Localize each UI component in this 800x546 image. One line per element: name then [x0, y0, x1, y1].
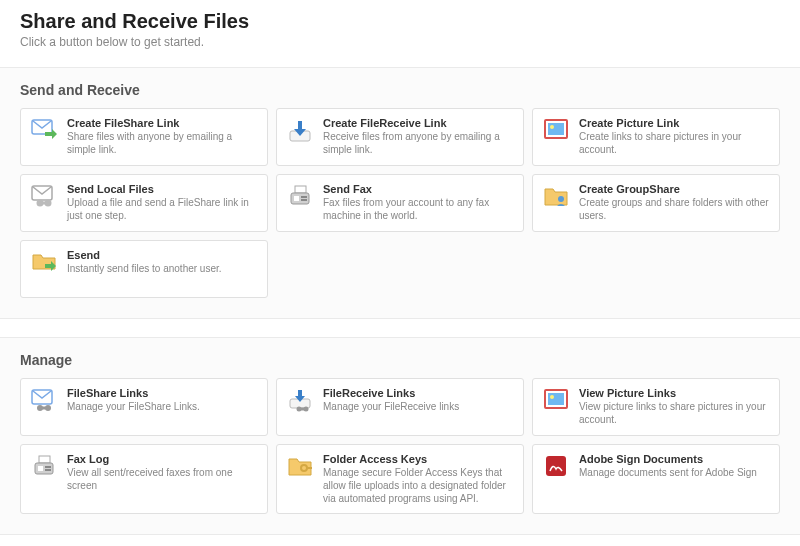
- filereceive-links-button[interactable]: FileReceive Links Manage your FileReceiv…: [276, 378, 524, 436]
- svg-rect-10: [291, 193, 309, 204]
- create-fileshare-link-button[interactable]: Create FileShare Link Share files with a…: [20, 108, 268, 166]
- card-title: Send Fax: [323, 183, 513, 195]
- card-title: Folder Access Keys: [323, 453, 513, 465]
- fax-machine-icon: [31, 455, 57, 481]
- svg-rect-29: [45, 466, 51, 468]
- card-title: View Picture Links: [579, 387, 769, 399]
- svg-rect-33: [546, 456, 566, 476]
- create-groupshare-button[interactable]: Create GroupShare Create groups and shar…: [532, 174, 780, 232]
- create-picture-link-button[interactable]: Create Picture Link Create links to shar…: [532, 108, 780, 166]
- fax-log-button[interactable]: Fax Log View all sent/received faxes fro…: [20, 444, 268, 514]
- card-desc: Manage your FileReceive links: [323, 400, 459, 413]
- section-title-manage: Manage: [20, 352, 780, 368]
- svg-rect-27: [35, 463, 53, 474]
- section-title-send-receive: Send and Receive: [20, 82, 780, 98]
- card-title: Create Picture Link: [579, 117, 769, 129]
- send-local-files-button[interactable]: Send Local Files Upload a file and send …: [20, 174, 268, 232]
- create-filereceive-link-button[interactable]: Create FileReceive Link Receive files fr…: [276, 108, 524, 166]
- esend-button[interactable]: Esend Instantly send files to another us…: [20, 240, 268, 298]
- page-subtitle: Click a button below to get started.: [20, 35, 780, 49]
- svg-rect-18: [40, 407, 48, 410]
- adobe-sign-documents-button[interactable]: Adobe Sign Documents Manage documents se…: [532, 444, 780, 514]
- card-title: Create FileShare Link: [67, 117, 257, 129]
- card-desc: Fax files from your account to any fax m…: [323, 196, 513, 222]
- card-desc: View all sent/received faxes from one sc…: [67, 466, 257, 492]
- svg-rect-32: [306, 467, 312, 469]
- folder-send-icon: [31, 251, 57, 277]
- inbox-links-icon: [287, 389, 313, 415]
- card-title: Send Local Files: [67, 183, 257, 195]
- page-title: Share and Receive Files: [20, 10, 780, 33]
- svg-point-4: [550, 125, 554, 129]
- card-desc: Manage your FileShare Links.: [67, 400, 200, 413]
- svg-rect-24: [548, 393, 564, 405]
- svg-point-14: [558, 196, 564, 202]
- section-send-receive: Send and Receive Create FileShare Link S…: [0, 67, 800, 319]
- card-desc: Manage secure Folder Access Keys that al…: [323, 466, 513, 505]
- picture-frame-icon: [543, 119, 569, 145]
- card-desc: Share files with anyone by emailing a si…: [67, 130, 257, 156]
- card-desc: Receive files from anyone by emailing a …: [323, 130, 513, 156]
- card-desc: Create links to share pictures in your a…: [579, 130, 769, 156]
- card-title: Esend: [67, 249, 222, 261]
- svg-rect-28: [38, 466, 43, 471]
- svg-rect-13: [301, 199, 307, 201]
- svg-point-25: [550, 395, 554, 399]
- card-desc: Upload a file and send a FileShare link …: [67, 196, 257, 222]
- card-title: FileReceive Links: [323, 387, 459, 399]
- envelope-share-icon: [31, 119, 57, 145]
- svg-rect-30: [45, 469, 51, 471]
- folder-key-icon: [287, 455, 313, 481]
- card-title: Create FileReceive Link: [323, 117, 513, 129]
- fileshare-links-button[interactable]: FileShare Links Manage your FileShare Li…: [20, 378, 268, 436]
- envelope-link-icon: [31, 185, 57, 211]
- svg-rect-11: [294, 196, 299, 201]
- folder-access-keys-button[interactable]: Folder Access Keys Manage secure Folder …: [276, 444, 524, 514]
- card-title: Fax Log: [67, 453, 257, 465]
- fax-machine-icon: [287, 185, 313, 211]
- card-title: FileShare Links: [67, 387, 200, 399]
- svg-rect-26: [39, 456, 50, 463]
- card-desc: Manage documents sent for Adobe Sign: [579, 466, 757, 479]
- envelope-links-icon: [31, 389, 57, 415]
- inbox-download-icon: [287, 119, 313, 145]
- card-title: Adobe Sign Documents: [579, 453, 757, 465]
- view-picture-links-button[interactable]: View Picture Links View picture links to…: [532, 378, 780, 436]
- svg-rect-12: [301, 196, 307, 198]
- adobe-sign-icon: [543, 455, 569, 481]
- svg-rect-22: [299, 408, 306, 411]
- card-desc: Instantly send files to another user.: [67, 262, 222, 275]
- svg-rect-8: [40, 202, 48, 205]
- card-desc: View picture links to share pictures in …: [579, 400, 769, 426]
- send-fax-button[interactable]: Send Fax Fax files from your account to …: [276, 174, 524, 232]
- card-desc: Create groups and share folders with oth…: [579, 196, 769, 222]
- svg-rect-9: [295, 186, 306, 193]
- picture-frame-icon: [543, 389, 569, 415]
- section-manage: Manage FileShare Links Manage your FileS…: [0, 337, 800, 535]
- svg-rect-3: [548, 123, 564, 135]
- card-title: Create GroupShare: [579, 183, 769, 195]
- folder-user-icon: [543, 185, 569, 211]
